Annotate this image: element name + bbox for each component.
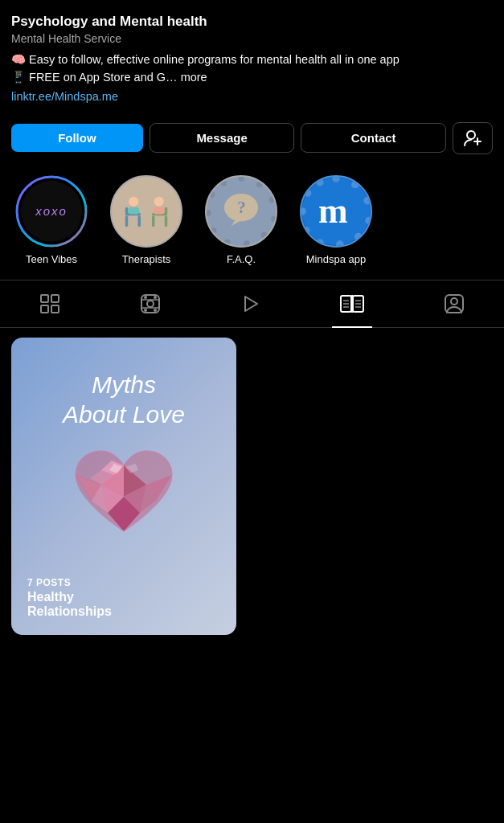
svg-point-0 [467, 131, 475, 139]
mindspa-illustration: m [301, 175, 371, 248]
magazine-icon [340, 293, 364, 314]
svg-point-72 [451, 298, 457, 305]
post-card-myths-about-love[interactable]: Myths About Love [11, 338, 236, 635]
tab-play[interactable] [232, 290, 268, 317]
svg-marker-58 [245, 297, 257, 311]
svg-point-20 [256, 181, 263, 187]
svg-point-16 [154, 196, 164, 206]
svg-rect-48 [41, 305, 48, 313]
svg-point-24 [244, 240, 250, 247]
svg-rect-17 [154, 207, 165, 214]
follow-button[interactable]: Follow [11, 124, 143, 152]
svg-rect-11 [128, 207, 139, 214]
post-meta: 7 POSTS HealthyRelationships [27, 577, 112, 619]
svg-point-40 [316, 239, 324, 247]
add-person-button[interactable] [453, 122, 493, 154]
contact-button[interactable]: Contact [301, 123, 446, 153]
svg-point-41 [302, 227, 310, 235]
faq-illustration: ? [207, 175, 276, 248]
svg-rect-15 [165, 207, 168, 214]
bio-line2: 📱 FREE on App Store and G… more [11, 71, 207, 84]
svg-point-35 [351, 180, 359, 188]
xoxo-text: xoxo [35, 204, 68, 218]
post-category: HealthyRelationships [27, 590, 112, 619]
svg-point-26 [211, 227, 217, 234]
svg-rect-13 [152, 215, 155, 227]
tab-bar [0, 280, 504, 328]
profile-name: Psychology and Mental health [11, 13, 493, 31]
action-buttons: Follow Message Contact [0, 122, 504, 162]
svg-point-56 [144, 309, 147, 312]
svg-rect-47 [51, 295, 59, 302]
post-card-title: Myths About Love [27, 370, 220, 430]
tab-magazine[interactable] [332, 290, 372, 317]
svg-point-43 [304, 189, 312, 197]
svg-point-51 [147, 301, 154, 307]
svg-point-44 [316, 178, 324, 186]
highlight-faq-label: F.A.Q. [227, 253, 256, 265]
therapist-illustration [118, 183, 174, 240]
svg-rect-49 [51, 305, 59, 313]
highlight-therapists-label: Therapists [122, 253, 171, 265]
bio-line1: 🧠 Easy to follow, effective online progr… [11, 53, 400, 66]
crystal-heart [27, 444, 220, 541]
profile-bio: 🧠 Easy to follow, effective online progr… [11, 51, 493, 87]
highlight-mindspa-label: Mindspa app [306, 253, 366, 265]
svg-rect-46 [41, 295, 48, 302]
posts-section: Myths About Love [0, 328, 504, 645]
highlights-section: xoxo Teen Vibes [0, 162, 504, 273]
profile-category: Mental Health Service [11, 32, 493, 45]
svg-point-55 [154, 296, 157, 299]
highlight-teen-vibes[interactable]: xoxo Teen Vibes [11, 175, 92, 265]
play-icon [240, 293, 260, 314]
tab-reels[interactable] [132, 290, 169, 317]
tab-grid[interactable] [31, 290, 68, 317]
message-button[interactable]: Message [150, 123, 295, 153]
grid-icon [39, 293, 60, 314]
tagged-icon [444, 293, 465, 314]
reels-icon [140, 293, 161, 314]
svg-point-21 [268, 196, 275, 203]
svg-point-25 [224, 239, 231, 245]
post-grid: Myths About Love [0, 328, 504, 645]
profile-section: Psychology and Mental health Mental Heal… [0, 0, 504, 111]
svg-point-29 [220, 179, 227, 186]
highlight-faq[interactable]: ? F.A.Q. [201, 175, 281, 265]
svg-text:m: m [318, 191, 348, 231]
svg-point-23 [261, 231, 268, 238]
highlight-teen-vibes-label: Teen Vibes [26, 253, 77, 265]
svg-point-54 [144, 296, 147, 299]
post-count: 7 POSTS [27, 577, 112, 588]
svg-rect-9 [125, 207, 129, 214]
svg-rect-14 [165, 215, 168, 227]
highlight-mindspa[interactable]: m Mindspa app [296, 175, 376, 265]
svg-rect-8 [138, 215, 141, 227]
svg-point-38 [354, 232, 363, 240]
svg-text:?: ? [237, 198, 246, 217]
svg-point-57 [154, 309, 157, 312]
svg-rect-7 [125, 215, 129, 227]
post-card-content: Myths About Love [11, 338, 236, 635]
tab-tagged[interactable] [436, 290, 473, 317]
highlight-therapists[interactable]: Therapists [106, 175, 186, 265]
svg-point-19 [238, 175, 244, 182]
svg-point-28 [209, 191, 215, 198]
svg-point-10 [129, 196, 138, 206]
profile-link[interactable]: linktr.ee/Mindspa.me [11, 90, 493, 103]
